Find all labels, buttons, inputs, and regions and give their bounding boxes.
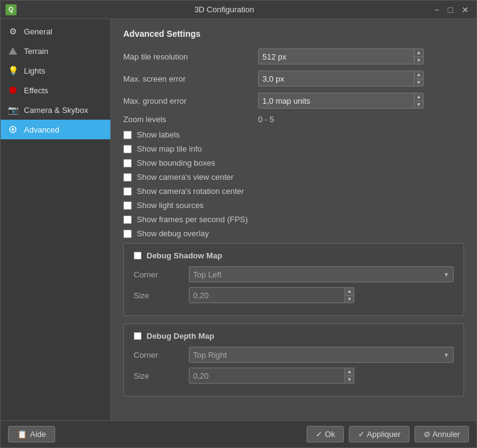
show-camera-view-center-text: Show camera's view center	[137, 172, 234, 182]
apply-button[interactable]: ✓ Appliquer	[349, 426, 410, 442]
titlebar-controls: − □ ✕	[432, 5, 471, 15]
debug-shadow-map-header: Debug Shadow Map	[134, 251, 454, 260]
debug-depth-map-size-up[interactable]: ▲	[345, 368, 354, 376]
map-tile-resolution-buttons: ▲ ▼	[414, 49, 423, 64]
window-title: 3D Configuration	[17, 5, 432, 14]
zoom-levels-label: Zoom levels	[123, 115, 258, 124]
show-camera-rotation-center-checkbox[interactable]	[123, 187, 132, 196]
debug-depth-map-size-input[interactable]	[189, 371, 345, 380]
show-labels-checkbox[interactable]	[123, 131, 132, 139]
sidebar-item-camera-skybox[interactable]: 📷 Camera & Skybox	[1, 100, 110, 120]
svg-point-1	[9, 87, 17, 94]
map-tile-resolution-spinbox[interactable]: ▲ ▼	[258, 48, 424, 64]
maximize-button[interactable]: □	[446, 5, 456, 15]
debug-shadow-map-size-spinbox[interactable]: ▲ ▼	[189, 287, 354, 303]
checkboxes-group: Show labels Show map tile info Show boun…	[123, 130, 464, 238]
show-bounding-boxes-checkbox[interactable]	[123, 159, 132, 168]
max-ground-error-label: Max. ground error	[123, 96, 258, 106]
debug-depth-map-size-spinbox[interactable]: ▲ ▼	[189, 368, 354, 384]
debug-shadow-map-group: Debug Shadow Map Corner Top Left ▼ Size …	[123, 243, 464, 316]
max-screen-error-down[interactable]: ▼	[414, 79, 423, 87]
show-camera-view-center-checkbox[interactable]	[123, 173, 132, 182]
max-screen-error-input[interactable]	[259, 74, 414, 83]
debug-depth-map-group: Debug Depth Map Corner Top Right ▼ Size …	[123, 323, 464, 396]
checkbox-show-debug-overlay: Show debug overlay	[123, 229, 464, 238]
debug-depth-map-corner-value: Top Right	[193, 350, 227, 360]
apply-label: ✓ Appliquer	[358, 430, 400, 439]
main-window: Q 3D Configuration − □ ✕ ⚙ General Terra…	[0, 0, 477, 448]
checkbox-show-labels: Show labels	[123, 130, 464, 139]
debug-depth-map-size-down[interactable]: ▼	[345, 376, 354, 384]
dropdown-arrow-icon: ▼	[443, 271, 449, 278]
terrain-icon	[7, 45, 19, 57]
sidebar-label-camera-skybox: Camera & Skybox	[24, 106, 88, 115]
debug-shadow-map-size-input[interactable]	[189, 291, 345, 300]
help-button[interactable]: 📋 Aide	[8, 426, 55, 442]
debug-shadow-map-size-row: Size ▲ ▼	[134, 287, 454, 303]
checkbox-show-bounding-boxes: Show bounding boxes	[123, 158, 464, 168]
cancel-label: ⊘ Annuler	[424, 430, 460, 439]
sidebar-label-general: General	[24, 27, 52, 36]
debug-depth-map-size-row: Size ▲ ▼	[134, 368, 454, 384]
debug-shadow-map-size-down[interactable]: ▼	[345, 295, 354, 303]
dropdown-arrow-depth-icon: ▼	[443, 352, 449, 358]
debug-shadow-map-size-up[interactable]: ▲	[345, 288, 354, 295]
checkbox-show-fps: Show frames per second (FPS)	[123, 215, 464, 224]
cancel-button[interactable]: ⊘ Annuler	[414, 426, 469, 442]
show-map-tile-info-text: Show map tile info	[137, 144, 202, 153]
sidebar-item-general[interactable]: ⚙ General	[1, 21, 110, 41]
debug-depth-map-header: Debug Depth Map	[134, 331, 454, 341]
max-ground-error-input[interactable]	[259, 96, 414, 106]
sidebar-item-effects[interactable]: Effects	[1, 80, 110, 100]
debug-shadow-map-corner-label: Corner	[134, 270, 183, 279]
max-ground-error-spinbox[interactable]: ▲ ▼	[258, 93, 424, 109]
minimize-button[interactable]: −	[432, 5, 441, 15]
max-screen-error-up[interactable]: ▲	[414, 71, 423, 79]
ok-label: ✓ Ok	[316, 430, 335, 439]
zoom-levels-row: Zoom levels 0 - 5	[123, 115, 464, 124]
debug-depth-map-corner-label: Corner	[134, 350, 183, 360]
effects-icon	[7, 84, 19, 96]
show-light-sources-text: Show light sources	[137, 201, 204, 210]
sidebar-item-lights[interactable]: 💡 Lights	[1, 61, 110, 80]
app-icon: Q	[6, 4, 17, 15]
max-screen-error-spinbox[interactable]: ▲ ▼	[258, 71, 424, 87]
debug-shadow-map-title: Debug Shadow Map	[147, 251, 223, 260]
show-fps-text: Show frames per second (FPS)	[137, 215, 248, 224]
sidebar-item-terrain[interactable]: Terrain	[1, 41, 110, 61]
checkbox-show-camera-view-center: Show camera's view center	[123, 172, 464, 182]
map-tile-resolution-input[interactable]	[259, 52, 414, 61]
show-map-tile-info-checkbox[interactable]	[123, 145, 132, 153]
max-ground-error-down[interactable]: ▼	[414, 101, 423, 109]
svg-point-3	[12, 128, 14, 131]
debug-depth-map-title: Debug Depth Map	[147, 331, 215, 341]
sidebar-label-lights: Lights	[24, 66, 45, 75]
checkbox-show-camera-rotation-center: Show camera's rotation center	[123, 187, 464, 196]
sidebar-item-advanced[interactable]: Advanced	[1, 120, 110, 139]
map-tile-resolution-up[interactable]: ▲	[414, 49, 423, 56]
show-light-sources-checkbox[interactable]	[123, 201, 132, 210]
debug-shadow-map-corner-value: Top Left	[193, 270, 221, 279]
debug-depth-map-corner-dropdown[interactable]: Top Right ▼	[189, 347, 454, 363]
debug-shadow-map-size-label: Size	[134, 291, 183, 300]
map-tile-resolution-down[interactable]: ▼	[414, 56, 423, 64]
section-title: Advanced Settings	[123, 29, 464, 39]
lights-icon: 💡	[7, 64, 19, 77]
debug-shadow-map-corner-dropdown[interactable]: Top Left ▼	[189, 266, 454, 282]
close-button[interactable]: ✕	[459, 5, 471, 15]
ok-button[interactable]: ✓ Ok	[307, 426, 344, 442]
debug-shadow-map-corner-row: Corner Top Left ▼	[134, 266, 454, 282]
show-debug-overlay-checkbox[interactable]	[123, 230, 132, 238]
general-icon: ⚙	[7, 25, 19, 37]
footer-right-buttons: ✓ Ok ✓ Appliquer ⊘ Annuler	[307, 426, 469, 442]
map-tile-resolution-row: Map tile resolution ▲ ▼	[123, 48, 464, 64]
show-camera-rotation-center-text: Show camera's rotation center	[137, 187, 244, 196]
debug-depth-map-corner-row: Corner Top Right ▼	[134, 347, 454, 363]
show-fps-checkbox[interactable]	[123, 215, 132, 224]
debug-shadow-map-checkbox[interactable]	[134, 252, 142, 260]
max-screen-error-row: Max. screen error ▲ ▼	[123, 71, 464, 87]
max-ground-error-up[interactable]: ▲	[414, 93, 423, 101]
max-screen-error-label: Max. screen error	[123, 74, 258, 83]
checkbox-show-light-sources: Show light sources	[123, 201, 464, 210]
debug-depth-map-checkbox[interactable]	[134, 332, 142, 340]
